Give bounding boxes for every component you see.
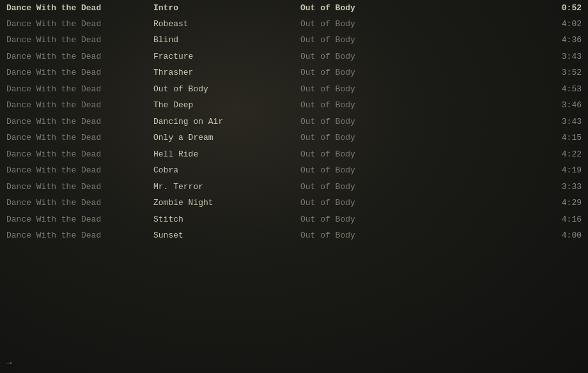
- track-duration: 4:36: [441, 34, 582, 47]
- track-title: Cobra: [153, 164, 300, 177]
- track-album: Out of Body: [300, 50, 441, 63]
- track-title: Stitch: [153, 213, 300, 226]
- table-row[interactable]: Dance With the DeadMr. TerrorOut of Body…: [0, 179, 588, 195]
- track-duration: 4:16: [441, 213, 582, 226]
- track-title: Thrasher: [153, 66, 300, 79]
- track-album: Out of Body: [300, 213, 441, 226]
- table-row[interactable]: Dance With the DeadThrasherOut of Body3:…: [0, 65, 588, 81]
- header-duration: 0:52: [441, 2, 582, 15]
- track-artist: Dance With the Dead: [6, 229, 153, 242]
- track-album: Out of Body: [300, 34, 441, 47]
- track-artist: Dance With the Dead: [6, 164, 153, 177]
- track-duration: 3:46: [441, 99, 582, 112]
- bottom-arrow: →: [6, 358, 12, 368]
- track-duration: 4:02: [441, 18, 582, 31]
- track-artist: Dance With the Dead: [6, 197, 153, 209]
- header-title: Intro: [153, 2, 300, 15]
- track-artist: Dance With the Dead: [6, 132, 153, 144]
- track-title: Dancing on Air: [153, 116, 300, 128]
- table-row[interactable]: Dance With the DeadZombie NightOut of Bo…: [0, 195, 588, 211]
- track-artist: Dance With the Dead: [6, 148, 153, 161]
- track-album: Out of Body: [300, 229, 441, 242]
- table-row[interactable]: Dance With the DeadBlindOut of Body4:36: [0, 32, 588, 49]
- header-album: Out of Body: [300, 2, 441, 15]
- table-row[interactable]: Dance With the DeadSunsetOut of Body4:00: [0, 227, 588, 244]
- track-title: Out of Body: [153, 83, 300, 96]
- track-duration: 4:53: [441, 83, 582, 96]
- track-title: Robeast: [153, 18, 300, 31]
- table-row[interactable]: Dance With the DeadRobeastOut of Body4:0…: [0, 16, 588, 33]
- table-row[interactable]: Dance With the DeadDancing on AirOut of …: [0, 114, 588, 130]
- track-duration: 3:33: [441, 181, 582, 194]
- track-artist: Dance With the Dead: [6, 34, 153, 47]
- track-title: Blind: [153, 34, 300, 47]
- header-artist: Dance With the Dead: [6, 2, 153, 15]
- track-album: Out of Body: [300, 83, 441, 96]
- track-duration: 3:43: [441, 50, 582, 63]
- track-title: Sunset: [153, 229, 300, 242]
- track-album: Out of Body: [300, 164, 441, 177]
- track-duration: 4:22: [441, 148, 582, 161]
- track-artist: Dance With the Dead: [6, 213, 153, 226]
- track-title: Zombie Night: [153, 197, 300, 209]
- table-row[interactable]: Dance With the DeadOnly a DreamOut of Bo…: [0, 130, 588, 146]
- track-artist: Dance With the Dead: [6, 83, 153, 96]
- table-header: Dance With the Dead Intro Out of Body 0:…: [0, 0, 588, 16]
- track-artist: Dance With the Dead: [6, 116, 153, 128]
- track-artist: Dance With the Dead: [6, 66, 153, 79]
- table-row[interactable]: Dance With the DeadHell RideOut of Body4…: [0, 146, 588, 163]
- track-duration: 3:52: [441, 66, 582, 79]
- track-artist: Dance With the Dead: [6, 99, 153, 112]
- table-row[interactable]: Dance With the DeadStitchOut of Body4:16: [0, 211, 588, 228]
- track-album: Out of Body: [300, 116, 441, 128]
- track-duration: 4:29: [441, 197, 582, 209]
- track-album: Out of Body: [300, 197, 441, 209]
- track-artist: Dance With the Dead: [6, 50, 153, 63]
- track-album: Out of Body: [300, 148, 441, 161]
- track-duration: 4:19: [441, 164, 582, 177]
- track-duration: 4:15: [441, 132, 582, 144]
- track-title: The Deep: [153, 99, 300, 112]
- track-title: Hell Ride: [153, 148, 300, 161]
- track-duration: 4:00: [441, 229, 582, 242]
- track-title: Mr. Terror: [153, 181, 300, 194]
- track-album: Out of Body: [300, 99, 441, 112]
- table-row[interactable]: Dance With the DeadOut of BodyOut of Bod…: [0, 81, 588, 98]
- track-artist: Dance With the Dead: [6, 181, 153, 194]
- track-title: Only a Dream: [153, 132, 300, 144]
- track-title: Fracture: [153, 50, 300, 63]
- table-row[interactable]: Dance With the DeadThe DeepOut of Body3:…: [0, 97, 588, 114]
- track-duration: 3:43: [441, 116, 582, 128]
- track-album: Out of Body: [300, 18, 441, 31]
- track-artist: Dance With the Dead: [6, 18, 153, 31]
- track-album: Out of Body: [300, 66, 441, 79]
- table-row[interactable]: Dance With the DeadFractureOut of Body3:…: [0, 49, 588, 65]
- track-list: Dance With the Dead Intro Out of Body 0:…: [0, 0, 588, 244]
- track-album: Out of Body: [300, 132, 441, 144]
- track-album: Out of Body: [300, 181, 441, 194]
- table-row[interactable]: Dance With the DeadCobraOut of Body4:19: [0, 162, 588, 179]
